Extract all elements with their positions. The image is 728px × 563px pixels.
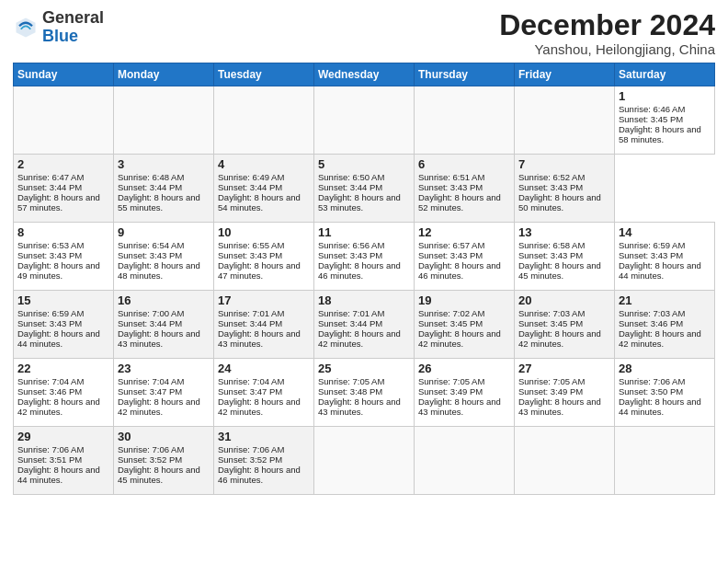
sunrise-text: Sunrise: 7:05 AM [518, 376, 585, 386]
calendar-cell: 18Sunrise: 7:01 AMSunset: 3:44 PMDayligh… [314, 291, 415, 359]
day-number: 21 [619, 293, 711, 307]
sunset-text: Sunset: 3:43 PM [218, 250, 282, 260]
calendar-cell [214, 86, 314, 155]
day-number: 19 [418, 293, 510, 307]
day-number: 9 [118, 225, 210, 239]
calendar-cell: 1Sunrise: 6:46 AMSunset: 3:45 PMDaylight… [615, 86, 715, 155]
sunset-text: Sunset: 3:45 PM [619, 114, 683, 124]
sunrise-text: Sunrise: 6:58 AM [518, 240, 585, 250]
location-subtitle: Yanshou, Heilongjiang, China [499, 41, 715, 57]
sunset-text: Sunset: 3:43 PM [619, 250, 683, 260]
calendar-cell: 23Sunrise: 7:04 AMSunset: 3:47 PMDayligh… [114, 359, 214, 427]
day-number: 14 [619, 225, 711, 239]
calendar-cell [415, 427, 515, 495]
sunset-text: Sunset: 3:50 PM [619, 386, 683, 396]
daylight-text: Daylight: 8 hours and 46 minutes. [218, 465, 301, 485]
day-number: 26 [418, 362, 510, 375]
month-title: December 2024 [499, 9, 715, 41]
sunset-text: Sunset: 3:43 PM [418, 250, 483, 260]
sunrise-text: Sunrise: 7:04 AM [17, 376, 84, 386]
calendar-cell: 5Sunrise: 6:50 AMSunset: 3:44 PMDaylight… [314, 155, 415, 223]
sunrise-text: Sunrise: 7:01 AM [218, 308, 284, 318]
header: General Blue December 2024 Yanshou, Heil… [13, 9, 715, 57]
day-number: 22 [17, 362, 109, 375]
calendar-cell: 11Sunrise: 6:56 AMSunset: 3:43 PMDayligh… [314, 223, 415, 291]
calendar-cell: 10Sunrise: 6:55 AMSunset: 3:43 PMDayligh… [214, 223, 314, 291]
calendar-cell: 12Sunrise: 6:57 AMSunset: 3:43 PMDayligh… [415, 223, 515, 291]
daylight-text: Daylight: 8 hours and 54 minutes. [218, 192, 301, 213]
sunrise-text: Sunrise: 7:05 AM [418, 376, 484, 386]
calendar-cell: 19Sunrise: 7:02 AMSunset: 3:45 PMDayligh… [415, 291, 515, 359]
daylight-text: Daylight: 8 hours and 42 minutes. [418, 328, 501, 349]
calendar-week-4: 15Sunrise: 6:59 AMSunset: 3:43 PMDayligh… [14, 291, 715, 359]
day-number: 30 [118, 430, 210, 443]
calendar-cell: 28Sunrise: 7:06 AMSunset: 3:50 PMDayligh… [615, 359, 715, 427]
calendar-cell [515, 427, 615, 495]
sunrise-text: Sunrise: 7:00 AM [118, 308, 184, 318]
daylight-text: Daylight: 8 hours and 45 minutes. [118, 465, 200, 485]
day-number: 15 [17, 293, 109, 307]
daylight-text: Daylight: 8 hours and 42 minutes. [118, 396, 200, 417]
calendar-cell: 22Sunrise: 7:04 AMSunset: 3:46 PMDayligh… [14, 359, 114, 427]
daylight-text: Daylight: 8 hours and 43 minutes. [218, 328, 301, 349]
sunrise-text: Sunrise: 6:57 AM [418, 240, 484, 250]
sunset-text: Sunset: 3:43 PM [318, 250, 382, 260]
calendar-cell: 21Sunrise: 7:03 AMSunset: 3:46 PMDayligh… [615, 291, 715, 359]
sunset-text: Sunset: 3:45 PM [518, 318, 583, 328]
sunset-text: Sunset: 3:44 PM [218, 182, 282, 192]
day-number: 11 [318, 225, 410, 239]
day-number: 1 [619, 89, 711, 103]
daylight-text: Daylight: 8 hours and 53 minutes. [318, 192, 401, 213]
day-number: 12 [418, 225, 510, 239]
sunrise-text: Sunrise: 7:06 AM [619, 376, 685, 386]
calendar-cell: 9Sunrise: 6:54 AMSunset: 3:43 PMDaylight… [114, 223, 214, 291]
calendar-cell [515, 86, 615, 155]
sunrise-text: Sunrise: 6:46 AM [619, 104, 685, 114]
daylight-text: Daylight: 8 hours and 46 minutes. [318, 260, 401, 281]
col-thursday: Thursday [415, 63, 515, 86]
calendar-cell: 7Sunrise: 6:52 AMSunset: 3:43 PMDaylight… [515, 155, 615, 223]
calendar-cell [14, 86, 114, 155]
sunrise-text: Sunrise: 7:06 AM [218, 444, 284, 454]
calendar-cell [314, 427, 415, 495]
sunset-text: Sunset: 3:48 PM [318, 386, 382, 396]
day-number: 13 [518, 225, 610, 239]
calendar-cell: 17Sunrise: 7:01 AMSunset: 3:44 PMDayligh… [214, 291, 314, 359]
daylight-text: Daylight: 8 hours and 45 minutes. [518, 260, 601, 281]
calendar-week-2: 2Sunrise: 6:47 AMSunset: 3:44 PMDaylight… [14, 155, 715, 223]
daylight-text: Daylight: 8 hours and 49 minutes. [17, 260, 100, 281]
col-wednesday: Wednesday [314, 63, 415, 86]
calendar-cell: 31Sunrise: 7:06 AMSunset: 3:52 PMDayligh… [214, 427, 314, 495]
daylight-text: Daylight: 8 hours and 42 minutes. [518, 328, 601, 349]
daylight-text: Daylight: 8 hours and 50 minutes. [518, 192, 601, 213]
day-number: 8 [17, 225, 109, 239]
day-number: 24 [218, 362, 310, 375]
daylight-text: Daylight: 8 hours and 44 minutes. [619, 260, 701, 281]
sunset-text: Sunset: 3:43 PM [118, 250, 182, 260]
sunrise-text: Sunrise: 6:59 AM [619, 240, 685, 250]
calendar-cell [615, 427, 715, 495]
calendar-week-1: 1Sunrise: 6:46 AMSunset: 3:45 PMDaylight… [14, 86, 715, 155]
sunrise-text: Sunrise: 7:04 AM [218, 376, 284, 386]
col-sunday: Sunday [14, 63, 114, 86]
logo-general: General [42, 8, 104, 27]
daylight-text: Daylight: 8 hours and 42 minutes. [17, 396, 100, 417]
calendar-cell: 13Sunrise: 6:58 AMSunset: 3:43 PMDayligh… [515, 223, 615, 291]
day-number: 18 [318, 293, 410, 307]
logo-blue: Blue [42, 27, 78, 45]
sunset-text: Sunset: 3:43 PM [17, 250, 82, 260]
sunrise-text: Sunrise: 7:01 AM [318, 308, 384, 318]
daylight-text: Daylight: 8 hours and 44 minutes. [619, 396, 701, 417]
sunset-text: Sunset: 3:44 PM [118, 182, 182, 192]
calendar-cell: 24Sunrise: 7:04 AMSunset: 3:47 PMDayligh… [214, 359, 314, 427]
day-number: 31 [218, 430, 310, 443]
sunset-text: Sunset: 3:49 PM [418, 386, 483, 396]
day-number: 28 [619, 362, 711, 375]
sunrise-text: Sunrise: 6:52 AM [518, 172, 585, 182]
day-number: 29 [17, 430, 109, 443]
sunset-text: Sunset: 3:43 PM [518, 182, 583, 192]
sunset-text: Sunset: 3:44 PM [118, 318, 182, 328]
sunrise-text: Sunrise: 7:06 AM [17, 444, 84, 454]
calendar-cell: 30Sunrise: 7:06 AMSunset: 3:52 PMDayligh… [114, 427, 214, 495]
logo-icon [13, 15, 39, 40]
